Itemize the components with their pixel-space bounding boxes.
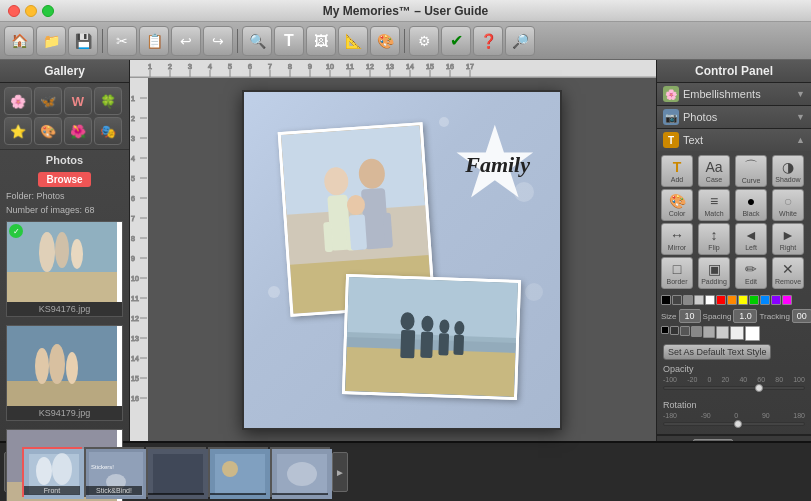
swatch-pink[interactable] — [782, 295, 792, 305]
canvas-container[interactable]: ★ Family — [148, 78, 656, 441]
toolbar-search[interactable]: 🔎 — [505, 26, 535, 56]
svg-text:17: 17 — [466, 63, 474, 70]
photo-frame-2[interactable] — [342, 273, 521, 399]
svg-text:12: 12 — [366, 63, 374, 70]
gallery-icon-hibiscus[interactable]: 🌺 — [64, 117, 92, 145]
text-black-button[interactable]: ● Black — [735, 189, 767, 221]
swatch-darkgray[interactable] — [672, 295, 682, 305]
toolbar-cut[interactable]: ✂ — [107, 26, 137, 56]
gallery-photos-label: Photos — [0, 150, 129, 170]
rotation-slider[interactable] — [663, 422, 805, 432]
rotation-thumb[interactable] — [734, 420, 742, 428]
font-swatch-3[interactable] — [680, 326, 690, 336]
strip-next[interactable]: ► — [332, 452, 348, 492]
strip-thumb-3[interactable] — [146, 447, 206, 497]
embellishments-header[interactable]: 🌸 Embellishments ▼ — [657, 83, 811, 105]
svg-text:10: 10 — [131, 275, 139, 282]
text-shadow-button[interactable]: ◑ Shadow — [772, 155, 804, 187]
gallery-icon-art[interactable]: 🎨 — [34, 117, 62, 145]
minimize-button[interactable] — [25, 5, 37, 17]
text-border-icon: □ — [673, 261, 681, 277]
gallery-icon-butterfly[interactable]: 🦋 — [34, 87, 62, 115]
maximize-button[interactable] — [42, 5, 54, 17]
swatch-black[interactable] — [661, 295, 671, 305]
gallery-icon-w[interactable]: W — [64, 87, 92, 115]
opacity-slider[interactable] — [663, 386, 805, 396]
toolbar-home[interactable]: 🏠 — [4, 26, 34, 56]
toolbar-shape[interactable]: 📐 — [338, 26, 368, 56]
svg-text:9: 9 — [308, 63, 312, 70]
swatch-white[interactable] — [705, 295, 715, 305]
text-case-button[interactable]: Aa Case — [698, 155, 730, 187]
strip-thumb-1[interactable]: Front — [22, 447, 82, 497]
page-canvas[interactable]: ★ Family — [242, 90, 562, 430]
text-mirror-button[interactable]: ↔ Mirror — [661, 223, 693, 255]
family-text[interactable]: Family — [465, 152, 530, 178]
text-white-button[interactable]: ○ White — [772, 189, 804, 221]
font-swatch-2[interactable] — [670, 326, 679, 335]
size-row: Size Spacing Tracking — [657, 307, 811, 325]
gallery-icon-star[interactable]: ⭐ — [4, 117, 32, 145]
text-match-button[interactable]: ≡ Match — [698, 189, 730, 221]
toolbar-undo[interactable]: ↩ — [171, 26, 201, 56]
font-swatch-7[interactable] — [730, 326, 744, 340]
text-edit-button[interactable]: ✏ Edit — [735, 257, 767, 289]
swatch-lightgray[interactable] — [694, 295, 704, 305]
text-header[interactable]: T Text ▲ — [657, 129, 811, 151]
toolbar-save[interactable]: 💾 — [68, 26, 98, 56]
svg-point-122 — [36, 457, 52, 485]
browse-button[interactable]: Browse — [38, 172, 90, 187]
swatch-purple[interactable] — [771, 295, 781, 305]
swatch-blue[interactable] — [760, 295, 770, 305]
swatch-gray[interactable] — [683, 295, 693, 305]
text-left-button[interactable]: ◄ Left — [735, 223, 767, 255]
gallery-icon-clover[interactable]: 🍀 — [94, 87, 122, 115]
text-padding-button[interactable]: ▣ Padding — [698, 257, 730, 289]
swatch-orange[interactable] — [727, 295, 737, 305]
toolbar-paint[interactable]: 🎨 — [370, 26, 400, 56]
toolbar-zoom[interactable]: 🔍 — [242, 26, 272, 56]
swatch-yellow[interactable] — [738, 295, 748, 305]
toolbar-open[interactable]: 📁 — [36, 26, 66, 56]
toolbar-settings[interactable]: ⚙ — [409, 26, 439, 56]
text-flip-button[interactable]: ↕ Flip — [698, 223, 730, 255]
strip-thumb-4[interactable] — [208, 447, 268, 497]
toolbar-check[interactable]: ✔ — [441, 26, 471, 56]
zoom-input[interactable] — [693, 439, 733, 441]
font-swatch-1[interactable] — [661, 326, 669, 334]
font-swatch-8[interactable] — [745, 326, 760, 341]
spacing-input[interactable] — [733, 309, 757, 323]
tracking-input[interactable] — [792, 309, 811, 323]
toolbar-photo[interactable]: 🖼 — [306, 26, 336, 56]
toolbar-text[interactable]: T — [274, 26, 304, 56]
text-remove-button[interactable]: ✕ Remove — [772, 257, 804, 289]
strip-thumb-5[interactable] — [270, 447, 330, 497]
opacity-thumb[interactable] — [755, 384, 763, 392]
swatch-red[interactable] — [716, 295, 726, 305]
toolbar-copy[interactable]: 📋 — [139, 26, 169, 56]
font-swatch-4[interactable] — [691, 326, 702, 337]
swatch-green[interactable] — [749, 295, 759, 305]
font-swatch-5[interactable] — [703, 326, 715, 338]
photo-thumb-1[interactable]: ✓ KS94176.jpg — [6, 221, 123, 317]
main-toolbar: 🏠 📁 💾 ✂ 📋 ↩ ↪ 🔍 T 🖼 📐 🎨 ⚙ ✔ ❓ 🔎 — [0, 22, 811, 60]
text-add-button[interactable]: T Add — [661, 155, 693, 187]
size-input[interactable] — [679, 309, 701, 323]
text-curve-button[interactable]: ⌒ Curve — [735, 155, 767, 187]
toolbar-help[interactable]: ❓ — [473, 26, 503, 56]
photo-thumb-2[interactable]: KS94179.jpg — [6, 325, 123, 421]
gallery-icon-mask[interactable]: 🎭 — [94, 117, 122, 145]
photos-header[interactable]: 📷 Photos ▼ — [657, 106, 811, 128]
close-button[interactable] — [8, 5, 20, 17]
svg-point-4 — [71, 239, 83, 269]
font-swatch-6[interactable] — [716, 326, 729, 339]
text-right-button[interactable]: ► Right — [772, 223, 804, 255]
svg-text:15: 15 — [426, 63, 434, 70]
text-border-button[interactable]: □ Border — [661, 257, 693, 289]
text-color-button[interactable]: 🎨 Color — [661, 189, 693, 221]
set-default-button[interactable]: Set As Default Text Style — [663, 344, 771, 360]
text-padding-label: Padding — [701, 278, 727, 285]
strip-thumb-2[interactable]: Stickers! Stick&Bind! — [84, 447, 144, 497]
toolbar-redo[interactable]: ↪ — [203, 26, 233, 56]
gallery-icon-flowers[interactable]: 🌸 — [4, 87, 32, 115]
